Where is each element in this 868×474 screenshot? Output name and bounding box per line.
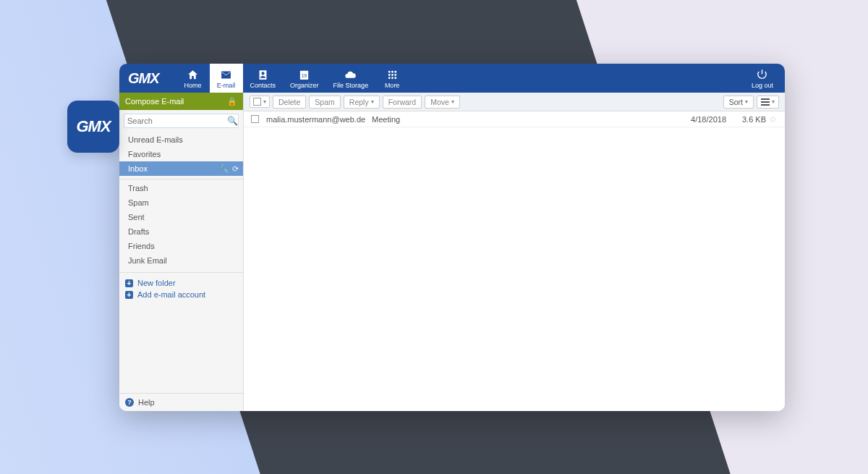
folder-unread[interactable]: Unread E-mails [119,132,243,147]
nav-more[interactable]: More [375,64,409,93]
envelope-icon [220,69,232,81]
logout-button[interactable]: Log out [740,68,785,89]
message-subject: Meeting [372,115,668,124]
nav-email[interactable]: E-mail [210,64,243,93]
logout-label: Log out [752,82,773,89]
help-button[interactable]: ? Help [119,393,243,411]
move-dropdown[interactable]: Move [425,96,460,109]
new-folder-button[interactable]: + New folder [125,277,237,289]
folder-label: Inbox [128,163,219,174]
folder-friends[interactable]: Friends [119,239,243,253]
checkbox-icon [253,98,261,106]
lock-icon: 🔒 [227,97,237,106]
plus-icon: + [125,291,133,299]
search-box[interactable]: 🔍 [124,114,239,128]
folder-trash[interactable]: Trash [119,181,243,195]
svg-point-3 [391,70,393,72]
grid-icon [386,69,399,81]
compose-button[interactable]: Compose E-mail 🔒 [119,93,243,110]
folder-spam[interactable]: Spam [119,195,243,210]
toolbar: Delete Spam Reply Forward Move Sort [244,93,785,111]
compose-label: Compose E-mail [125,97,184,106]
app-badge: GMX [67,101,119,153]
svg-point-2 [388,70,390,72]
sidebar: Compose E-mail 🔒 🔍 Unread E-mails Favori… [119,93,244,411]
svg-point-5 [388,74,390,76]
svg-point-4 [394,70,396,72]
folder-sent[interactable]: Sent [119,210,243,224]
nav-contacts[interactable]: Contacts [243,64,284,93]
add-account-button[interactable]: + Add e-mail account [125,289,237,300]
forward-button[interactable]: Forward [383,96,422,109]
window-body: Compose E-mail 🔒 🔍 Unread E-mails Favori… [119,93,785,411]
star-icon[interactable]: ☆ [766,114,779,124]
view-dropdown[interactable] [757,96,779,109]
main-panel: Delete Spam Reply Forward Move Sort mali… [244,93,785,411]
app-badge-label: GMX [76,117,110,136]
sidebar-actions: + New folder + Add e-mail account [119,274,243,303]
folder-tools: 🔧 ⟳ [219,163,239,174]
brand-logo: GMX [119,70,176,87]
svg-point-6 [391,74,393,76]
topbar: GMX Home E-mail Contacts [119,64,785,93]
message-date: 4/18/2018 [668,115,726,124]
svg-point-7 [394,74,396,76]
svg-point-9 [391,77,393,79]
sort-dropdown[interactable]: Sort [723,96,754,109]
folder-inbox[interactable]: Inbox 🔧 ⟳ [119,161,243,176]
refresh-icon[interactable]: ⟳ [232,163,239,174]
contact-icon [257,69,269,81]
folder-list: Unread E-mails Favorites Inbox 🔧 ⟳ Trash… [119,131,243,269]
folder-favorites[interactable]: Favorites [119,147,243,161]
search-input[interactable] [127,117,227,125]
message-row[interactable]: malia.mustermann@web.de Meeting 4/18/201… [244,111,785,127]
message-checkbox[interactable] [251,115,259,123]
nav-organizer[interactable]: 19 Organizer [283,64,326,93]
email-window: GMX Home E-mail Contacts [119,64,785,411]
help-label: Help [138,398,155,407]
calendar-icon: 19 [298,69,310,81]
nav-label: Organizer [290,82,319,89]
nav-label: File Storage [333,82,369,89]
svg-point-8 [388,77,390,79]
add-account-label: Add e-mail account [137,290,205,299]
cloud-icon [344,69,357,81]
nav-home[interactable]: Home [176,64,210,93]
nav-label: Home [184,82,202,89]
svg-text:19: 19 [302,73,307,78]
power-icon [756,68,768,82]
nav-items: Home E-mail Contacts 19 Organizer [176,64,409,93]
svg-point-10 [394,77,396,79]
delete-button[interactable]: Delete [273,96,306,109]
nav-filestorage[interactable]: File Storage [326,64,376,93]
reply-dropdown[interactable]: Reply [344,96,380,109]
help-icon: ? [125,398,134,407]
list-view-icon [761,98,770,106]
new-folder-label: New folder [137,279,176,287]
select-all-dropdown[interactable] [250,96,270,108]
search-icon[interactable]: 🔍 [227,116,238,126]
nav-label: More [385,82,400,89]
wrench-icon[interactable]: 🔧 [219,163,229,174]
nav-label: Contacts [250,82,276,89]
spam-button[interactable]: Spam [309,96,340,109]
plus-icon: + [125,279,133,287]
home-icon [187,69,199,81]
message-size: 3.6 KB [726,115,766,124]
folder-junk[interactable]: Junk Email [119,253,243,268]
nav-label: E-mail [217,82,236,89]
folder-drafts[interactable]: Drafts [119,224,243,239]
message-from: malia.mustermann@web.de [266,115,372,124]
